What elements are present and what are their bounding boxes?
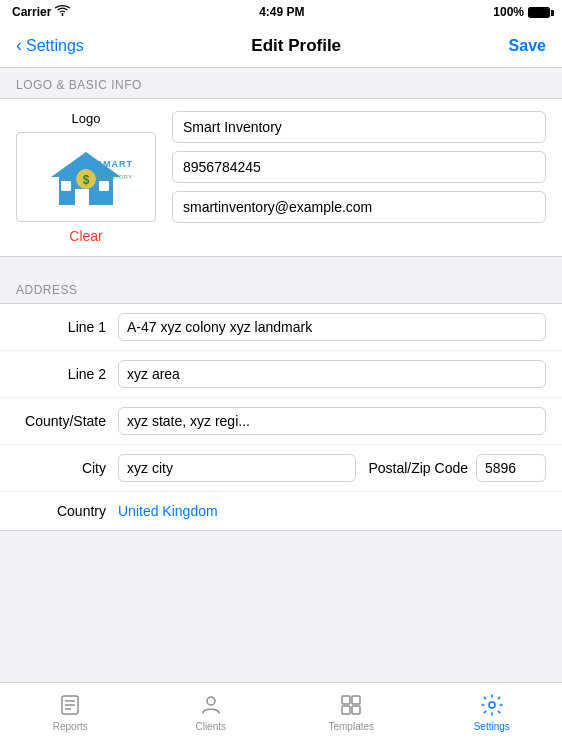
status-time: 4:49 PM — [259, 5, 304, 19]
back-button[interactable]: ‹ Settings — [16, 35, 84, 56]
info-column — [172, 111, 546, 244]
county-state-label: County/State — [16, 413, 106, 429]
line1-input[interactable] — [118, 313, 546, 341]
svg-point-13 — [207, 697, 215, 705]
country-row: Country United Kingdom — [0, 492, 562, 530]
battery-percent: 100% — [493, 5, 524, 19]
logo-image: $ SMART INVENTORY — [21, 137, 151, 217]
back-chevron-icon: ‹ — [16, 35, 22, 56]
svg-rect-15 — [352, 696, 360, 704]
svg-point-18 — [489, 702, 495, 708]
line1-row: Line 1 — [0, 304, 562, 351]
settings-icon — [479, 692, 505, 718]
status-left: Carrier — [12, 5, 70, 19]
county-state-row: County/State — [0, 398, 562, 445]
svg-text:SMART: SMART — [96, 159, 133, 169]
phone-input[interactable] — [172, 151, 546, 183]
logo-row: Logo $ — [0, 99, 562, 256]
tab-templates-label: Templates — [328, 721, 374, 732]
svg-rect-16 — [342, 706, 350, 714]
save-button[interactable]: Save — [509, 37, 546, 55]
county-state-input[interactable] — [118, 407, 546, 435]
page-title: Edit Profile — [251, 36, 341, 56]
status-right: 100% — [493, 5, 550, 19]
address-section: Line 1 Line 2 County/State City Postal/Z… — [0, 303, 562, 531]
carrier-label: Carrier — [12, 5, 51, 19]
clients-icon — [198, 692, 224, 718]
svg-rect-3 — [61, 181, 71, 191]
tab-reports[interactable]: Reports — [0, 692, 141, 732]
postal-zip-label: Postal/Zip Code — [368, 460, 468, 476]
tab-bar: Reports Clients Templates — [0, 682, 562, 750]
city-label: City — [16, 460, 106, 476]
city-postal-row: City Postal/Zip Code — [0, 445, 562, 492]
city-input[interactable] — [118, 454, 356, 482]
country-label: Country — [16, 503, 106, 519]
line2-label: Line 2 — [16, 366, 106, 382]
logo-box[interactable]: $ SMART INVENTORY — [16, 132, 156, 222]
nav-bar: ‹ Settings Edit Profile Save — [0, 24, 562, 68]
tab-reports-label: Reports — [53, 721, 88, 732]
logo-column: Logo $ — [16, 111, 156, 244]
svg-rect-14 — [342, 696, 350, 704]
svg-rect-4 — [99, 181, 109, 191]
svg-text:$: $ — [83, 173, 90, 187]
address-section-header: ADDRESS — [0, 273, 562, 303]
section-spacer — [0, 257, 562, 273]
svg-rect-2 — [75, 189, 89, 205]
tab-settings[interactable]: Settings — [422, 692, 563, 732]
business-name-input[interactable] — [172, 111, 546, 143]
line2-input[interactable] — [118, 360, 546, 388]
battery-icon — [528, 7, 550, 18]
tab-settings-label: Settings — [474, 721, 510, 732]
wifi-icon — [55, 5, 70, 19]
logo-label: Logo — [72, 111, 101, 126]
clear-button[interactable]: Clear — [69, 228, 102, 244]
tab-clients[interactable]: Clients — [141, 692, 282, 732]
svg-text:INVENTORY: INVENTORY — [96, 174, 132, 180]
status-bar: Carrier 4:49 PM 100% — [0, 0, 562, 24]
templates-icon — [338, 692, 364, 718]
svg-rect-17 — [352, 706, 360, 714]
country-value[interactable]: United Kingdom — [118, 503, 218, 519]
postal-zip-input[interactable] — [476, 454, 546, 482]
email-input[interactable] — [172, 191, 546, 223]
tab-templates[interactable]: Templates — [281, 692, 422, 732]
back-label: Settings — [26, 37, 84, 55]
logo-section-header: LOGO & BASIC INFO — [0, 68, 562, 98]
reports-icon — [57, 692, 83, 718]
line1-label: Line 1 — [16, 319, 106, 335]
logo-section: Logo $ — [0, 98, 562, 257]
tab-clients-label: Clients — [195, 721, 226, 732]
line2-row: Line 2 — [0, 351, 562, 398]
